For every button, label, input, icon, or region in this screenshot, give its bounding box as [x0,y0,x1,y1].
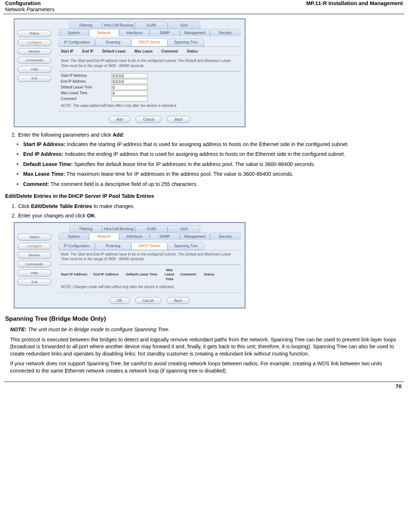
nav-configure[interactable]: Configure [17,39,51,46]
tab2-snmp[interactable]: SNMP [150,233,180,240]
nav-status[interactable]: Status [17,30,51,37]
nav2-help[interactable]: Help [17,270,51,277]
nav-monitor[interactable]: Monitor [17,48,51,55]
tab-network[interactable]: Network [89,29,119,37]
col-deflease: Default Lease [102,49,126,54]
tab2-management[interactable]: Management [180,233,210,240]
edit-delete-heading: Edit/Delete Entries in the DHCP Server I… [5,193,403,200]
param-bullets: Start IP Address: Indicates the starting… [15,141,403,188]
page-number: 70 [4,382,404,391]
lbl-startip: Start IP Address [61,73,112,78]
config-note2: Note: The Start and End IP address have … [59,250,240,263]
header-right: MP.11-R Installation and Management [306,0,403,12]
tab2-filtering[interactable]: Filtering [70,225,102,233]
spanning-heading: Spanning Tree (Bridge Mode Only) [5,315,403,323]
col-status: Status [187,49,198,54]
tab2-network[interactable]: Network [89,233,119,240]
tab-interfaces[interactable]: Interfaces [119,29,150,37]
spanning-p2: If your network does not support Spannin… [10,360,403,374]
spanning-note: NOTE: The unit must be in Bridge mode to… [10,326,403,333]
nav2-monitor[interactable]: Monitor [17,252,51,259]
tab-system[interactable]: System [59,29,89,37]
header-subtitle: Network Parameters [5,6,55,12]
lbl-deflease: Default Lease Time [61,85,112,90]
subtab-dhcp[interactable]: DHCP Server [131,38,168,46]
tab-security[interactable]: Security [210,29,240,37]
subtab2-roaming[interactable]: Roaming [95,242,131,250]
col2-maxlease: Max Lease Time [162,268,177,282]
header-title: Configuration [5,0,55,6]
col-maxlease: Max Lease [134,49,153,54]
tab-snmp[interactable]: SNMP [150,29,180,37]
nav-commands[interactable]: Commands [17,57,51,64]
reboot-note2: NOTE: Changes made will take effect only… [59,283,240,291]
ok-button[interactable]: OK [109,297,130,304]
tab2-security[interactable]: Security [210,233,240,240]
reboot-note: NOTE: The value added will take effect o… [59,102,240,110]
back-button[interactable]: Back [167,116,190,123]
subtab2-dhcp[interactable]: DHCP Server [131,242,168,250]
lbl-maxlease: Max Lease Time [61,91,112,96]
edit-step-1: Click Edit/Delete Table Entries to make … [17,203,403,210]
nav2-configure[interactable]: Configure [17,243,51,250]
col2-status: Status [204,272,214,277]
screenshot-dhcp-edit: Status Configure Monitor Commands Help E… [14,222,245,308]
subtab2-spanning[interactable]: Spanning Tree [168,242,204,250]
col-comment: Comment [161,49,178,54]
input-comment[interactable] [112,96,148,101]
tab-filtering[interactable]: Filtering [70,21,102,29]
col2-deflease: Default Lease Time [126,272,159,277]
tab2-vlan[interactable]: VLAN [135,225,168,233]
subtab-ipconfig[interactable]: IP Configuration [59,38,95,46]
col2-comment: Comment [180,272,200,277]
tab-intracell[interactable]: Intra-Cell Blocking [102,21,135,29]
col-endip: End IP [82,49,93,54]
add-button[interactable]: Add [109,116,130,123]
tab-vlan[interactable]: VLAN [135,21,168,29]
input-endip[interactable] [112,79,148,84]
input-deflease[interactable] [112,85,148,90]
back-button2[interactable]: Back [167,297,190,304]
screenshot-dhcp-add: Status Configure Monitor Commands Help E… [14,18,245,127]
tab2-intracell[interactable]: Intra-Cell Blocking [102,225,135,233]
nav-help[interactable]: Help [17,66,51,73]
subtab2-ipconfig[interactable]: IP Configuration [59,242,95,250]
tab2-interfaces[interactable]: Interfaces [119,233,150,240]
spanning-p1: This protocol is executed between the br… [10,336,403,358]
step-2: Enter the following parameters and click… [17,132,403,139]
tab-qos[interactable]: QoS [168,21,200,29]
nav-exit[interactable]: Exit [17,75,51,82]
tab2-system[interactable]: System [59,233,89,240]
col2-startip: Start IP Address [61,272,90,277]
input-startip[interactable] [112,73,148,78]
tab2-qos[interactable]: QoS [168,225,200,233]
input-maxlease[interactable] [112,91,148,96]
tab-management[interactable]: Management [180,29,210,37]
col2-endip: End IP Address [93,272,122,277]
nav2-commands[interactable]: Commands [17,261,51,268]
col-startip: Start IP [61,49,73,54]
config-note: Note: The Start and End IP address have … [59,57,240,70]
subtab-roaming[interactable]: Roaming [95,38,131,46]
cancel-button2[interactable]: Cancel [135,297,161,304]
nav2-status[interactable]: Status [17,234,51,241]
subtab-spanning[interactable]: Spanning Tree [168,38,204,46]
edit-step-2: Enter your changes and click OK. [17,212,403,220]
nav2-exit[interactable]: Exit [17,279,51,286]
cancel-button[interactable]: Cancel [135,116,162,123]
lbl-endip: End IP Address [61,79,112,84]
lbl-comment: Comment [61,96,112,101]
